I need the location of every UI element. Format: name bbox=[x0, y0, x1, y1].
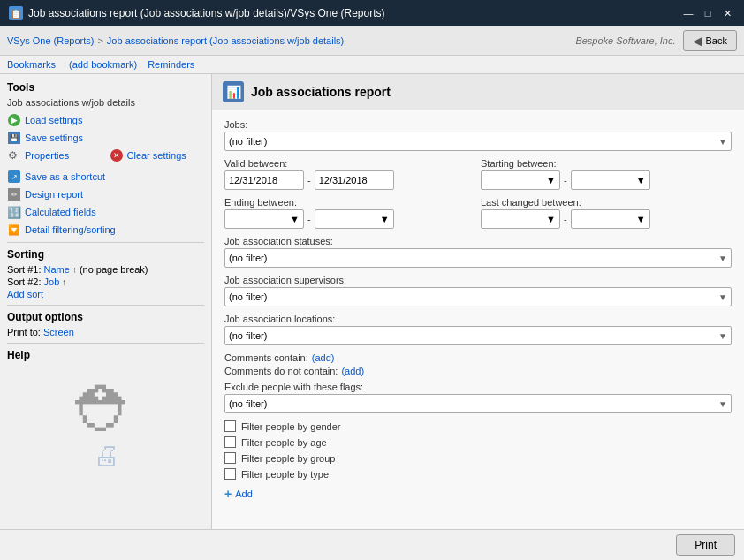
sidebar-item-design-report[interactable]: ✏ Design report bbox=[7, 187, 204, 201]
nav-reminders[interactable]: Reminders bbox=[148, 59, 194, 70]
checkboxes-container: Filter people by genderFilter people by … bbox=[224, 420, 732, 480]
jobs-value: (no filter) bbox=[229, 136, 267, 147]
properties-link[interactable]: Properties bbox=[25, 150, 69, 161]
add-row: + Add bbox=[224, 487, 732, 501]
jobs-label: Jobs: bbox=[224, 119, 732, 130]
calculated-fields-icon: 🔢 bbox=[8, 206, 20, 218]
sidebar-item-add-sort[interactable]: Add sort bbox=[7, 289, 204, 299]
design-report-link[interactable]: Design report bbox=[25, 189, 83, 200]
jobs-select[interactable]: (no filter) ▼ bbox=[224, 132, 732, 151]
load-settings-icon: ▶ bbox=[8, 114, 20, 126]
locations-select[interactable]: (no filter) ▼ bbox=[224, 326, 732, 345]
statuses-select[interactable]: (no filter) ▼ bbox=[224, 248, 732, 268]
comments-not-contain-label: Comments do not contain: bbox=[224, 366, 338, 376]
nav-bar: Bookmarks (add bookmark) Reminders bbox=[0, 56, 744, 74]
back-label: Back bbox=[706, 35, 727, 46]
checkbox-row-1: Filter people by age bbox=[224, 436, 732, 448]
detail-filtering-link[interactable]: Detail filtering/sorting bbox=[25, 224, 116, 235]
close-button[interactable]: ✕ bbox=[719, 6, 735, 20]
valid-from-value: 12/31/2018 bbox=[229, 175, 277, 185]
checkbox-3[interactable] bbox=[224, 468, 236, 480]
checkbox-2[interactable] bbox=[224, 452, 236, 464]
valid-to-input[interactable]: 12/31/2018 bbox=[315, 170, 394, 190]
hard-hat-icon: ⛑ bbox=[7, 379, 204, 441]
exclude-flags-select[interactable]: (no filter) ▼ bbox=[224, 394, 732, 413]
main-area: Tools Job associations w/job details ▶ L… bbox=[0, 74, 744, 529]
nav-add-bookmark[interactable]: (add bookmark) bbox=[69, 59, 137, 70]
checkbox-label-3: Filter people by type bbox=[241, 469, 329, 480]
exclude-flags-arrow-icon: ▼ bbox=[718, 399, 727, 409]
save-shortcut-link[interactable]: Save as a shortcut bbox=[25, 171, 105, 182]
checkbox-1[interactable] bbox=[224, 436, 236, 448]
checkbox-row-0: Filter people by gender bbox=[224, 420, 732, 432]
detail-filtering-icon: 🔽 bbox=[8, 223, 20, 236]
breadcrumb-vsys[interactable]: VSys One (Reports) bbox=[7, 35, 94, 46]
sidebar-item-save-shortcut[interactable]: ↗ Save as a shortcut bbox=[7, 170, 204, 184]
load-settings-link[interactable]: Load settings bbox=[25, 115, 82, 125]
sidebar-item-properties[interactable]: ⚙ Properties bbox=[7, 148, 102, 163]
supervisors-row: Job association supervisors: (no filter)… bbox=[224, 275, 732, 306]
comments-not-contain-add[interactable]: (add) bbox=[341, 366, 364, 376]
report-title: Job associations report bbox=[251, 85, 391, 99]
breadcrumb-report[interactable]: Job associations report (Job association… bbox=[107, 35, 344, 46]
sidebar-item-calculated-fields[interactable]: 🔢 Calculated fields bbox=[7, 205, 204, 219]
starting-to-select[interactable]: ▼ bbox=[571, 170, 650, 190]
calculated-fields-link[interactable]: Calculated fields bbox=[25, 207, 96, 217]
locations-value: (no filter) bbox=[229, 330, 267, 341]
comments-contain-label: Comments contain: bbox=[224, 352, 308, 363]
nav-bookmarks[interactable]: Bookmarks bbox=[7, 59, 56, 70]
last-changed-to-select[interactable]: ▼ bbox=[571, 209, 650, 229]
supervisors-value: (no filter) bbox=[229, 291, 267, 302]
locations-label: Job association locations: bbox=[224, 314, 732, 324]
add-link[interactable]: Add bbox=[235, 488, 253, 499]
help-title: Help bbox=[7, 349, 204, 361]
bottom-bar: Print bbox=[0, 529, 744, 560]
add-plus-icon: + bbox=[224, 487, 232, 501]
statuses-row: Job association statuses: (no filter) ▼ bbox=[224, 236, 732, 268]
clear-settings-link[interactable]: Clear settings bbox=[127, 150, 186, 161]
valid-from-input[interactable]: 12/31/2018 bbox=[224, 170, 304, 190]
sidebar-item-detail-filtering[interactable]: 🔽 Detail filtering/sorting bbox=[7, 223, 204, 237]
comments-contain-add[interactable]: (add) bbox=[312, 352, 335, 363]
sidebar-item-save-settings[interactable]: 💾 Save settings bbox=[7, 131, 204, 145]
ending-from-select[interactable]: ▼ bbox=[224, 209, 304, 229]
starting-from-select[interactable]: ▼ bbox=[481, 170, 560, 190]
locations-row: Job association locations: (no filter) ▼ bbox=[224, 314, 732, 345]
sidebar-item-load-settings[interactable]: ▶ Load settings bbox=[7, 113, 204, 127]
print-to-value[interactable]: Screen bbox=[43, 327, 74, 337]
title-bar: 📋 Job associations report (Job associati… bbox=[0, 0, 744, 26]
sort1-extra: (no page break) bbox=[80, 264, 148, 275]
sort-item-1: Sort #1: Name ↑ (no page break) bbox=[7, 264, 204, 275]
sidebar-decoration: ⛑ 🖨 bbox=[7, 379, 204, 471]
sidebar-subtitle: Job associations w/job details bbox=[7, 97, 204, 108]
add-sort-link[interactable]: Add sort bbox=[7, 289, 43, 299]
starting-between-label: Starting between: bbox=[481, 158, 732, 169]
sort2-up-icon: ↑ bbox=[62, 277, 66, 287]
sort1-name[interactable]: Name bbox=[44, 264, 70, 275]
ending-to-select[interactable]: ▼ bbox=[315, 209, 394, 229]
ending-between-inputs: ▼ - ▼ bbox=[224, 209, 475, 229]
last-changed-from-select[interactable]: ▼ bbox=[481, 209, 560, 229]
last-changed-to-arrow: ▼ bbox=[636, 214, 646, 224]
ending-between-group: Ending between: ▼ - ▼ bbox=[224, 197, 475, 229]
statuses-label: Job association statuses: bbox=[224, 236, 732, 246]
checkbox-0[interactable] bbox=[224, 420, 236, 432]
ending-from-arrow: ▼ bbox=[290, 214, 300, 224]
valid-starting-row: Valid between: 12/31/2018 - 12/31/2018 S… bbox=[224, 158, 732, 190]
output-title: Output options bbox=[7, 311, 204, 323]
ending-lastchanged-row: Ending between: ▼ - ▼ Last c bbox=[224, 197, 732, 229]
sort2-name[interactable]: Job bbox=[44, 276, 60, 287]
sidebar-item-clear-settings[interactable]: ✕ Clear settings bbox=[110, 148, 205, 163]
save-settings-link[interactable]: Save settings bbox=[25, 132, 83, 143]
back-button[interactable]: ◀ Back bbox=[683, 30, 737, 51]
maximize-button[interactable]: □ bbox=[700, 6, 716, 20]
back-arrow-icon: ◀ bbox=[693, 34, 702, 48]
ending-between-label: Ending between: bbox=[224, 197, 475, 208]
statuses-value: (no filter) bbox=[229, 253, 267, 263]
supervisors-select[interactable]: (no filter) ▼ bbox=[224, 287, 732, 306]
valid-between-group: Valid between: 12/31/2018 - 12/31/2018 bbox=[224, 158, 475, 190]
checkbox-label-1: Filter people by age bbox=[241, 437, 327, 448]
minimize-button[interactable]: — bbox=[680, 6, 696, 20]
print-button[interactable]: Print bbox=[676, 534, 735, 556]
help-section: Help bbox=[7, 349, 204, 361]
